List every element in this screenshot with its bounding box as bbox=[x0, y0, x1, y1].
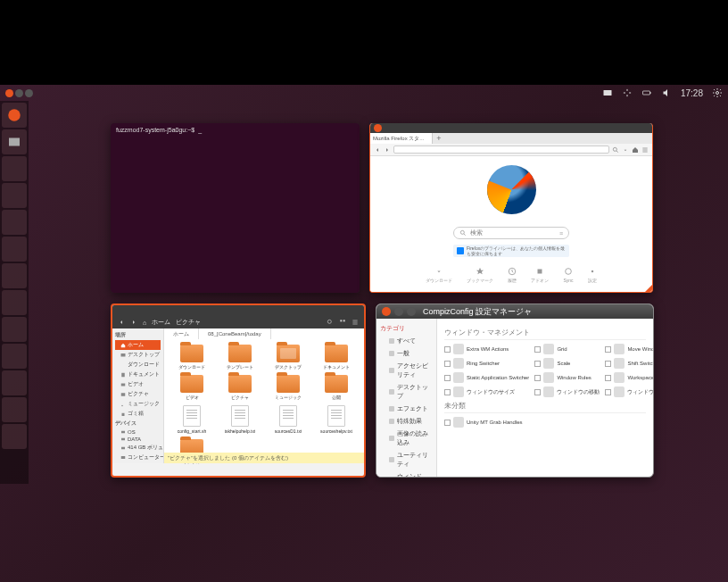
nautilus-file-grid[interactable]: ダウンロードテンプレートデスクトップドキュメントビデオピクチャミュージック公開c… bbox=[164, 339, 364, 470]
ccsm-category-item[interactable]: すべて bbox=[380, 335, 433, 347]
checkbox[interactable] bbox=[605, 375, 611, 381]
terminal-content[interactable]: fuzzmod7-system-j5a0gu:~$ _ bbox=[111, 123, 360, 293]
close-button[interactable] bbox=[382, 307, 391, 316]
ccsm-plugin-item[interactable]: Workspace Naming bbox=[605, 372, 653, 383]
ccsm-plugin-item[interactable]: ウィンドウの配置 bbox=[605, 387, 653, 397]
file-item[interactable]: tskhelpohelp.txt bbox=[218, 405, 262, 434]
ccsm-plugin-item[interactable]: Ring Switcher bbox=[444, 358, 529, 369]
checkbox[interactable] bbox=[444, 389, 451, 395]
ccsm-plugin-item[interactable]: ウィンドウの移動 bbox=[534, 387, 600, 397]
terminal-window[interactable]: fuzzmod7-system-j5a0gu:~$ _ bbox=[111, 123, 360, 293]
launcher-app-10[interactable] bbox=[2, 397, 27, 422]
url-input[interactable] bbox=[393, 146, 609, 154]
sidebar-item-documents[interactable]: ドキュメント bbox=[115, 370, 161, 379]
launcher-app-1[interactable] bbox=[2, 156, 27, 181]
ccsm-plugin-item[interactable]: Move Window bbox=[605, 344, 653, 354]
sidebar-item-data[interactable]: DATA bbox=[115, 436, 161, 443]
clock[interactable]: 17:28 bbox=[681, 88, 703, 98]
launcher-app-4[interactable] bbox=[2, 237, 27, 262]
search-menu-icon[interactable]: ≡ bbox=[559, 230, 563, 237]
ccsm-category-item[interactable]: 画像の読み込み bbox=[380, 428, 433, 449]
launcher-app-3[interactable] bbox=[2, 210, 27, 235]
file-item[interactable]: config_start.sh bbox=[170, 405, 214, 434]
checkbox[interactable] bbox=[534, 375, 541, 381]
sidebar-item-desktop[interactable]: デスクトップ bbox=[115, 350, 161, 360]
shortcut-bookmarks[interactable]: ブックマーク bbox=[467, 267, 493, 283]
forward-icon[interactable] bbox=[384, 146, 391, 154]
checkbox[interactable] bbox=[605, 346, 611, 353]
sidebar-item-computer[interactable]: コンピューター bbox=[115, 453, 161, 462]
ccsm-category-item[interactable]: デスクトップ bbox=[380, 381, 433, 403]
ccsm-category-item[interactable]: ウィンドウ・マネジメント bbox=[380, 470, 433, 478]
ccsm-category-item[interactable]: アクセシビリティ bbox=[380, 360, 433, 381]
new-tab-button[interactable]: + bbox=[433, 133, 445, 144]
search-icon[interactable] bbox=[612, 146, 619, 154]
ccsm-plugin-item[interactable]: Window Rules bbox=[534, 372, 600, 383]
file-item[interactable]: ピクチャ bbox=[218, 375, 262, 400]
menu-icon[interactable] bbox=[352, 319, 359, 326]
ccsm-category-item[interactable]: エフェクト bbox=[380, 403, 433, 415]
launcher-app-2[interactable] bbox=[2, 183, 27, 208]
breadcrumb-home-icon[interactable]: ⌂ bbox=[143, 320, 146, 326]
file-item[interactable]: sourcesD1.txt bbox=[266, 405, 310, 434]
file-item[interactable]: ドキュメント bbox=[314, 345, 359, 370]
battery-icon[interactable] bbox=[641, 87, 652, 98]
checkbox[interactable] bbox=[534, 346, 541, 353]
close-button[interactable] bbox=[374, 124, 382, 132]
checkbox[interactable] bbox=[444, 346, 451, 353]
shortcut-history[interactable]: 履歴 bbox=[508, 267, 517, 283]
file-item[interactable]: sourceshelpv.txt bbox=[314, 405, 359, 434]
checkbox[interactable] bbox=[534, 361, 541, 367]
close-button[interactable] bbox=[5, 89, 13, 97]
file-item[interactable]: ダウンロード bbox=[170, 345, 214, 370]
checkbox[interactable] bbox=[534, 389, 541, 395]
breadcrumb-current[interactable]: ピクチャ bbox=[176, 318, 201, 327]
ccsm-plugin-item[interactable]: Extra WM Actions bbox=[444, 344, 529, 354]
maximize-button[interactable] bbox=[25, 89, 33, 97]
network-icon[interactable] bbox=[622, 87, 633, 98]
firefox-promo-banner[interactable]: Firefoxのプライバシーは、あなたの個人情報を最も安全に保ちます bbox=[453, 245, 569, 257]
shortcut-addons[interactable]: アドオン bbox=[531, 267, 549, 283]
view-icon[interactable] bbox=[339, 319, 346, 326]
launcher-app-5[interactable] bbox=[2, 263, 27, 288]
launcher-app-6[interactable] bbox=[2, 290, 27, 315]
launcher-app-7[interactable] bbox=[2, 317, 27, 342]
firefox-tab[interactable]: Mozilla Firefox スタ... bbox=[370, 133, 433, 144]
nautilus-tab-home[interactable]: ホーム bbox=[164, 328, 199, 339]
sidebar-item-trash[interactable]: ゴミ箱 bbox=[115, 409, 161, 419]
ccsm-plugin-item[interactable]: Shift Switcher bbox=[605, 358, 653, 369]
ccsm-category-item[interactable]: 特殊効果 bbox=[380, 415, 433, 428]
ccsm-plugin-item[interactable]: ウィンドウのサイズ bbox=[444, 387, 529, 397]
checkbox[interactable] bbox=[605, 361, 611, 367]
back-icon[interactable] bbox=[118, 319, 125, 326]
ccsm-category-item[interactable]: 一般 bbox=[380, 347, 433, 360]
shortcut-downloads[interactable]: ダウンロード bbox=[426, 267, 452, 283]
shortcut-settings[interactable]: 設定 bbox=[588, 267, 597, 283]
ccsm-plugin-item[interactable]: Scale bbox=[534, 358, 600, 369]
firefox-window[interactable]: Mozilla Firefox スタ... + 検索 ≡ Firefoxのプライ… bbox=[369, 123, 653, 293]
ccsm-plugin-item[interactable]: Grid bbox=[534, 344, 600, 354]
back-icon[interactable] bbox=[374, 146, 381, 154]
checkbox[interactable] bbox=[444, 375, 451, 381]
shortcut-sync[interactable]: Sync bbox=[563, 267, 573, 283]
forward-icon[interactable] bbox=[130, 319, 137, 326]
file-item[interactable]: ミュージック bbox=[266, 375, 310, 400]
nautilus-tab-other[interactable]: 08_[ConeBeam]/today bbox=[199, 328, 271, 339]
ccsm-category-item[interactable]: ユーティリティ bbox=[380, 449, 433, 470]
mail-icon[interactable] bbox=[602, 87, 613, 98]
launcher-app-11[interactable] bbox=[2, 424, 27, 449]
maximize-button[interactable] bbox=[407, 307, 416, 316]
sidebar-item-downloads[interactable]: ダウンロード bbox=[115, 360, 161, 370]
checkbox[interactable] bbox=[605, 389, 611, 395]
launcher-app-9[interactable] bbox=[2, 370, 27, 395]
sidebar-item-home[interactable]: ホーム bbox=[115, 340, 161, 350]
home-icon[interactable] bbox=[632, 146, 639, 154]
firefox-search-box[interactable]: 検索 ≡ bbox=[453, 227, 569, 239]
file-item[interactable]: デスクトップ bbox=[266, 345, 310, 370]
firefox-titlebar[interactable] bbox=[370, 123, 652, 133]
launcher-dash[interactable] bbox=[2, 103, 27, 128]
nautilus-titlebar[interactable] bbox=[112, 305, 364, 316]
file-item[interactable]: ビデオ bbox=[170, 375, 214, 400]
gear-icon[interactable] bbox=[712, 87, 723, 98]
download-icon[interactable] bbox=[622, 146, 629, 154]
